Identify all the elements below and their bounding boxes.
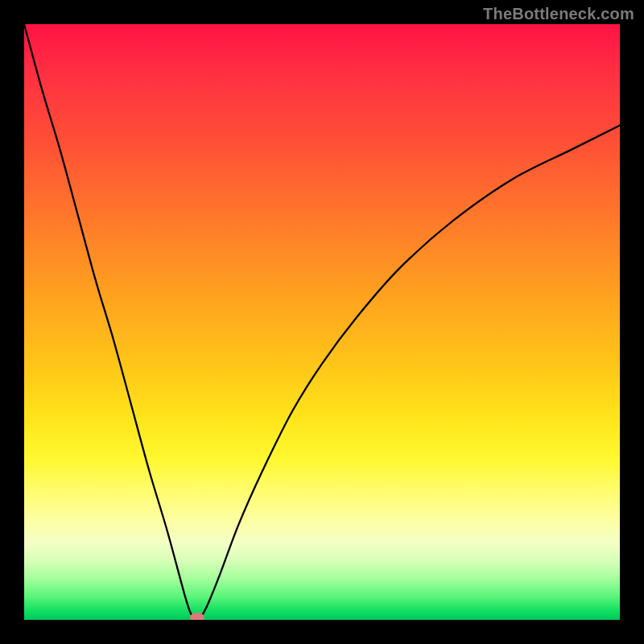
minimum-marker (190, 613, 204, 620)
chart-frame: TheBottleneck.com (0, 0, 644, 644)
curve-svg (24, 24, 620, 620)
watermark-text: TheBottleneck.com (483, 5, 634, 23)
plot-area (24, 24, 620, 620)
bottleneck-curve (24, 24, 620, 620)
